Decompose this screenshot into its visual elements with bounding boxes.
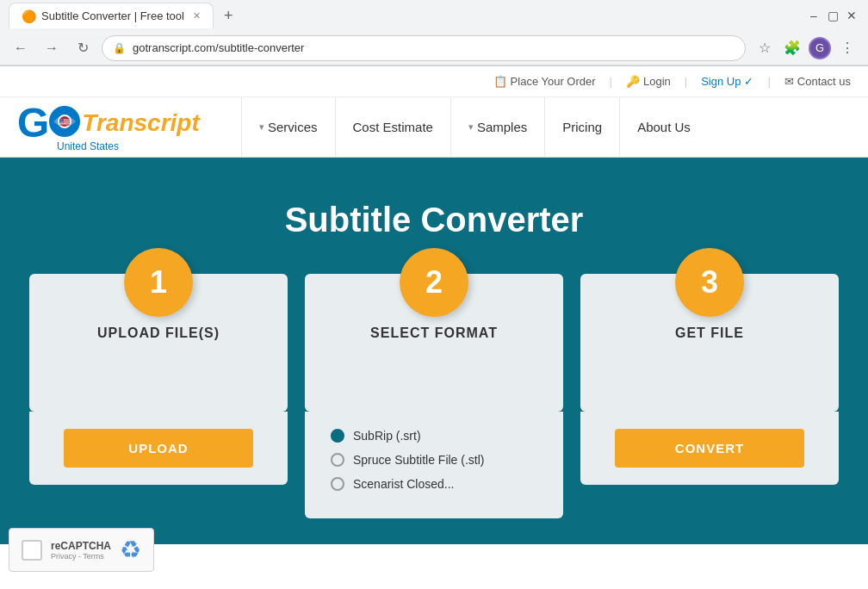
- step-3-card: 3 GET FILE: [580, 274, 839, 412]
- nav-samples[interactable]: ▾ Samples: [450, 97, 544, 157]
- hero-section: Subtitle Converter 1 UPLOAD FILE(S) UPLO…: [0, 158, 868, 544]
- url-text: gotranscript.com/subtitle-converter: [133, 41, 304, 54]
- contact-link[interactable]: ✉ Contact us: [784, 75, 851, 88]
- logo-subtitle-text: United States: [17, 140, 119, 152]
- bookmark-button[interactable]: ☆: [753, 36, 777, 60]
- step-3-content: CONVERT: [580, 412, 839, 485]
- format-scenarist[interactable]: Scenarist Closed...: [331, 477, 537, 491]
- format-list: SubRip (.srt) Spruce Subtitle File (.stl…: [322, 429, 546, 501]
- profile-avatar: G: [809, 37, 831, 59]
- recaptcha-logo: ♻: [120, 536, 141, 564]
- signup-link[interactable]: Sign Up ✓: [701, 75, 753, 88]
- step-1-card: 1 UPLOAD FILE(S): [29, 274, 288, 412]
- key-icon: 🔑: [626, 75, 640, 88]
- nav-items: ▾ Services Cost Estimate ▾ Samples Prici…: [241, 97, 868, 157]
- logo-go: G: [17, 102, 49, 144]
- divider3: |: [767, 75, 770, 88]
- chevron-icon2: ▾: [468, 121, 474, 133]
- logo-flag-icon: 🇺🇸: [49, 106, 80, 137]
- convert-button[interactable]: CONVERT: [615, 429, 804, 468]
- new-tab-button[interactable]: +: [224, 7, 233, 25]
- recaptcha-widget: reCAPTCHA Privacy - Terms ♻: [9, 528, 154, 572]
- step-2-content: SubRip (.srt) Spruce Subtitle File (.stl…: [305, 412, 563, 518]
- step-3-number: 3: [675, 248, 744, 317]
- checkmark-icon: ✓: [744, 75, 753, 88]
- account-button[interactable]: G: [808, 36, 832, 60]
- close-button[interactable]: ✕: [844, 8, 859, 23]
- logo-area: G 🇺🇸 Transcript Unit: [0, 97, 241, 157]
- format-srt[interactable]: SubRip (.srt): [331, 429, 537, 443]
- address-bar[interactable]: 🔒 gotranscript.com/subtitle-converter: [102, 35, 746, 61]
- tab-close-button[interactable]: ✕: [193, 10, 201, 22]
- mail-icon: ✉: [784, 75, 794, 88]
- restore-button[interactable]: ▢: [825, 8, 840, 23]
- forward-button[interactable]: →: [40, 36, 64, 60]
- step-3-label: GET FILE: [675, 326, 744, 341]
- radio-stl[interactable]: [331, 453, 344, 467]
- step-1-label: UPLOAD FILE(S): [97, 326, 220, 341]
- minimize-button[interactable]: –: [806, 8, 822, 23]
- format-stl[interactable]: Spruce Subtitle File (.stl): [331, 453, 537, 467]
- refresh-button[interactable]: ↻: [71, 36, 95, 60]
- step-1-content: UPLOAD: [29, 412, 288, 485]
- steps-row: 1 UPLOAD FILE(S) UPLOAD 2 SELECT FORMAT: [17, 274, 851, 518]
- tab-title: Subtitle Converter | Free tool: [41, 9, 184, 22]
- radio-scenarist[interactable]: [331, 477, 344, 491]
- captcha-checkbox[interactable]: [22, 540, 42, 561]
- divider2: |: [685, 75, 687, 88]
- hero-title: Subtitle Converter: [17, 201, 851, 239]
- tab-favicon: 🟠: [22, 9, 36, 23]
- login-link[interactable]: 🔑 Login: [626, 75, 671, 88]
- divider: |: [610, 75, 612, 88]
- navigation: G 🇺🇸 Transcript Unit: [0, 97, 868, 158]
- step-2-number: 2: [400, 248, 468, 317]
- nav-cost-estimate[interactable]: Cost Estimate: [335, 97, 450, 157]
- captcha-links: Privacy - Terms: [51, 552, 111, 561]
- nav-about-us[interactable]: About Us: [619, 97, 708, 157]
- logo-transcript-text: Transcript: [82, 109, 199, 137]
- extensions-button[interactable]: 🧩: [780, 36, 804, 60]
- recaptcha-label: reCAPTCHA: [51, 540, 111, 552]
- svg-text:🇺🇸: 🇺🇸: [59, 116, 71, 127]
- step-2-card: 2 SELECT FORMAT: [305, 274, 563, 412]
- nav-services[interactable]: ▾ Services: [241, 97, 335, 157]
- order-icon: 📋: [493, 75, 507, 88]
- upload-button[interactable]: UPLOAD: [64, 429, 253, 468]
- chevron-icon: ▾: [259, 121, 264, 133]
- top-bar: 📋 Place Your Order | 🔑 Login | Sign Up ✓…: [0, 66, 868, 97]
- nav-pricing[interactable]: Pricing: [544, 97, 619, 157]
- menu-button[interactable]: ⋮: [835, 36, 859, 60]
- back-button[interactable]: ←: [9, 36, 33, 60]
- step-2-label: SELECT FORMAT: [370, 326, 498, 341]
- place-order-link[interactable]: 📋 Place Your Order: [493, 75, 596, 88]
- radio-srt[interactable]: [331, 429, 344, 443]
- lock-icon: 🔒: [113, 42, 126, 54]
- step-1-number: 1: [124, 248, 193, 317]
